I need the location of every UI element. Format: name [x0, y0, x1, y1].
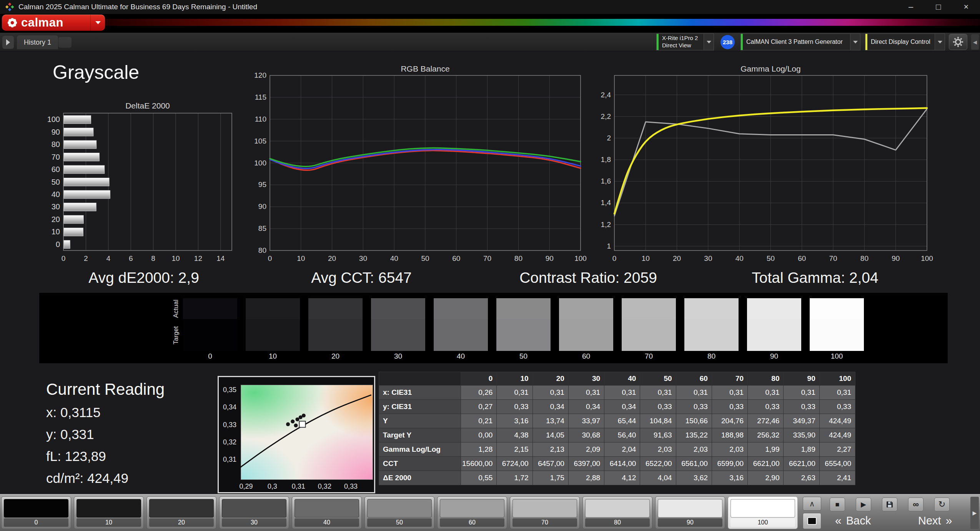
stat-contrast-ratio: Contrast Ratio: 2059 — [473, 269, 704, 289]
ramp-actual-color — [434, 298, 488, 319]
stat-avg-de2000: Avg dE2000: 2,9 — [44, 269, 244, 289]
pattern-level-button-20[interactable]: 20 — [146, 496, 216, 529]
table-column-header: 10 — [497, 372, 532, 385]
stop-button[interactable]: ■ — [830, 498, 845, 511]
next-chevron-icon: » — [946, 514, 952, 527]
svg-text:0,34: 0,34 — [223, 403, 236, 411]
back-button[interactable]: « Back — [835, 512, 871, 529]
ramp-swatch-20 — [308, 298, 363, 351]
pattern-level-button-30[interactable]: 30 — [219, 496, 289, 529]
table-cell: 2,63 — [784, 471, 819, 485]
pattern-level-label: 70 — [512, 518, 577, 527]
table-cell: 2,03 — [640, 442, 676, 456]
pattern-level-label: 100 — [730, 518, 795, 527]
display-control-dropdown[interactable]: Direct Display Control — [865, 33, 945, 50]
calman-logo-menu[interactable]: calman — [2, 15, 105, 31]
svg-text:0,32: 0,32 — [318, 483, 331, 490]
collapse-panel-arrow[interactable]: ◀ — [971, 34, 979, 50]
table-cell: 1,75 — [533, 471, 568, 485]
svg-text:30: 30 — [359, 254, 367, 262]
table-cell: 14,05 — [533, 428, 568, 442]
pattern-level-button-100[interactable]: 100 — [728, 496, 798, 529]
svg-text:0,29: 0,29 — [240, 483, 253, 490]
pattern-panel-up-button[interactable]: ∧ — [803, 497, 821, 511]
table-cell: 0,31 — [820, 386, 855, 399]
table-cell: 0,31 — [604, 386, 640, 399]
pattern-level-button-80[interactable]: 80 — [582, 496, 652, 529]
table-row-label: CCT — [379, 457, 461, 471]
svg-text:80: 80 — [860, 254, 869, 262]
svg-text:0: 0 — [56, 240, 60, 249]
reading-cdm2: cd/m²: 424,49 — [46, 471, 128, 486]
table-cell: 0,31 — [712, 386, 747, 399]
pattern-level-button-70[interactable]: 70 — [510, 496, 580, 529]
chevron-down-icon[interactable] — [935, 34, 945, 50]
ramp-target-color — [371, 319, 425, 351]
actual-label: Actual — [171, 298, 181, 319]
pattern-level-label: 60 — [440, 518, 504, 527]
table-cell: 6414,00 — [604, 457, 640, 471]
meter-dropdown[interactable]: X-Rite i1Pro 2 Direct View — [656, 33, 714, 50]
pattern-swatch — [730, 499, 795, 518]
pattern-level-button-90[interactable]: 90 — [655, 496, 725, 529]
chevron-down-icon[interactable] — [850, 34, 860, 50]
ramp-swatch-0 — [183, 298, 237, 351]
svg-text:Gamma Log/Log: Gamma Log/Log — [740, 65, 800, 73]
svg-text:DeltaE 2000: DeltaE 2000 — [125, 101, 170, 110]
pattern-level-button-10[interactable]: 10 — [74, 496, 144, 529]
save-button[interactable] — [882, 498, 897, 511]
table-cell: 6522,00 — [640, 457, 676, 471]
table-cell: 13,74 — [533, 414, 568, 428]
collapse-bar-arrow[interactable]: ▶ — [970, 497, 979, 529]
pattern-generator-dropdown[interactable]: CalMAN Client 3 Pattern Generator — [740, 33, 860, 50]
next-button[interactable]: Next » — [918, 512, 952, 529]
table-cell: 6397,00 — [569, 457, 604, 471]
minimize-button[interactable]: – — [897, 0, 925, 14]
play-button[interactable]: ▶ — [856, 498, 871, 511]
pattern-level-button-40[interactable]: 40 — [292, 496, 362, 529]
stat-avg-cct: Avg CCT: 6547 — [246, 269, 477, 289]
ramp-swatch-100 — [810, 298, 864, 351]
pattern-swatch — [585, 499, 650, 518]
next-label: Next — [918, 514, 941, 527]
logo-text: calman — [21, 16, 63, 30]
table-cell: 0,31 — [533, 386, 568, 399]
maximize-button[interactable]: □ — [925, 0, 952, 14]
close-button[interactable]: × — [952, 0, 980, 14]
pattern-swatch — [367, 499, 432, 518]
table-cell: 2,13 — [533, 442, 568, 456]
svg-text:30: 30 — [52, 202, 60, 211]
chevron-down-icon[interactable] — [90, 15, 105, 31]
bottom-control-bar: ∧ ■ ▶ ∞ ↻ « Back Next » ▶ 01020304050607… — [0, 494, 980, 531]
table-cell: 150,66 — [676, 414, 712, 428]
pattern-window-button[interactable] — [803, 513, 821, 529]
tab-ghost[interactable] — [58, 37, 72, 48]
table-cell: 0,33 — [712, 400, 747, 414]
table-cell: 30,68 — [569, 428, 604, 442]
table-cell: 0,31 — [748, 386, 783, 399]
history-nav-arrow-button[interactable] — [2, 36, 14, 49]
settings-button[interactable] — [949, 34, 967, 50]
pattern-level-button-60[interactable]: 60 — [437, 496, 507, 529]
svg-text:50: 50 — [767, 254, 775, 262]
table-cell: 0,21 — [461, 414, 496, 428]
table-cell: 3,16 — [497, 414, 532, 428]
table-column-header: 20 — [533, 372, 568, 385]
table-cell: 0,31 — [640, 386, 676, 399]
tab-history-1[interactable]: History 1 — [17, 35, 58, 49]
refresh-button[interactable]: ↻ — [934, 498, 950, 511]
pinwheel-icon — [7, 17, 18, 28]
svg-text:20: 20 — [673, 254, 681, 262]
chevron-down-icon[interactable] — [704, 34, 714, 50]
svg-text:0,3: 0,3 — [268, 483, 277, 490]
pattern-level-button-0[interactable]: 0 — [1, 496, 71, 529]
pattern-swatch — [77, 499, 141, 518]
ramp-swatch-70 — [622, 298, 676, 351]
cie-scatter-chart: 0,290,30,310,320,330,310,320,330,340,35 — [218, 376, 375, 493]
table-cell: 424,49 — [820, 428, 855, 442]
table-cell: 0,34 — [569, 400, 604, 414]
link-button[interactable]: ∞ — [908, 498, 923, 511]
table-cell: 2,88 — [569, 471, 604, 485]
ramp-target-color — [183, 319, 237, 351]
pattern-level-button-50[interactable]: 50 — [364, 496, 434, 529]
